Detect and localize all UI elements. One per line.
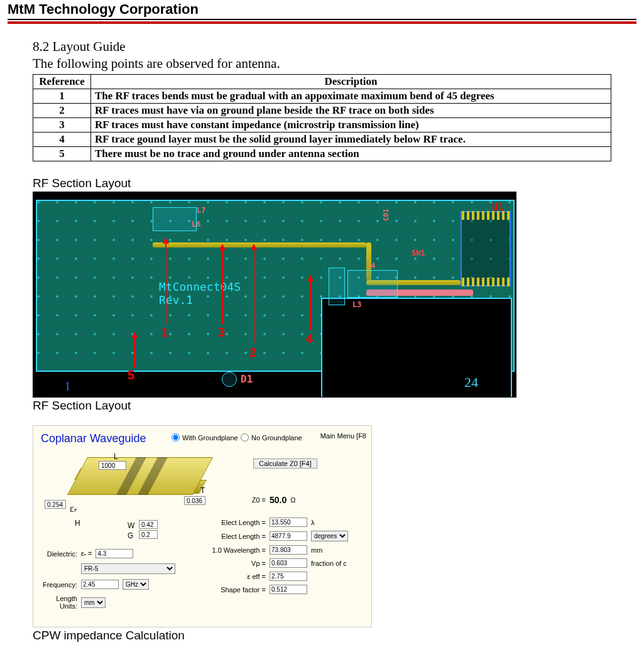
- col-reference: Reference: [33, 75, 91, 89]
- callout-arrow: [310, 280, 311, 330]
- table-row: 5 There must be no trace and ground unde…: [33, 147, 611, 161]
- board-rev: Rev.1: [159, 293, 241, 306]
- elec-len-lambda-unit: λ: [311, 519, 315, 526]
- radio-input[interactable]: [241, 433, 249, 442]
- caption-rf2: RF Section Layout: [33, 399, 611, 413]
- elec-len-lambda-input[interactable]: [270, 518, 307, 527]
- board-silkscreen-label: MtConnect04S Rev.1: [159, 280, 241, 306]
- frequency-label: Frequency:: [40, 581, 77, 588]
- board-name: MtConnect04S: [159, 280, 241, 293]
- elec-len-deg-input[interactable]: [270, 531, 307, 541]
- table-row: 3 RF traces must have constant impedance…: [33, 118, 611, 133]
- frequency-input[interactable]: [81, 580, 119, 589]
- vp-label: Vp =: [203, 560, 266, 567]
- wavelength-label: 1.0 Wavelength =: [203, 546, 266, 554]
- frequency-unit-select[interactable]: GHz: [123, 579, 149, 590]
- dim-W-label: W: [128, 521, 134, 530]
- callout-number: 5: [128, 368, 134, 382]
- company-header: MtM Technology Corporation: [8, 0, 636, 20]
- vp-input[interactable]: [270, 558, 307, 568]
- section-intro: The following points are observed for an…: [33, 56, 611, 72]
- ref-cell: 5: [33, 147, 91, 161]
- elec-len-deg-unit-select[interactable]: degrees: [311, 531, 348, 541]
- dim-G-label: G: [128, 531, 133, 540]
- cpw-calculator-figure: Coplanar Waveguide Main Menu [F8 With Gr…: [33, 425, 372, 627]
- shape-factor-input[interactable]: [270, 585, 307, 594]
- desc-cell: RF traces must have constant impedance (…: [91, 118, 611, 133]
- pcb-layout-figure: MtConnect04S Rev.1 U1 SW1 D1 L7 L6 L4 L3…: [33, 192, 516, 398]
- desc-cell: The RF traces bends must be gradual with…: [91, 89, 611, 104]
- refdes-d1: D1: [241, 373, 253, 385]
- z0-value: 50.0: [270, 495, 287, 505]
- dim-T-label: T: [200, 486, 205, 495]
- desc-cell: RF trace gound layer must be the solid g…: [91, 133, 611, 147]
- wavelength-input[interactable]: [270, 545, 307, 555]
- cpw-cross-section-diagram: [77, 457, 203, 520]
- ref-cell: 1: [33, 89, 91, 104]
- dim-L-label: L: [114, 452, 118, 461]
- caption-rf1: RF Section Layout: [33, 176, 611, 190]
- radio-with-groundplane[interactable]: With Groundplane: [172, 433, 238, 442]
- corner-label-24: 24: [464, 374, 478, 391]
- refdes-sw1: SW1: [412, 249, 425, 258]
- wavelength-unit: mm: [311, 546, 322, 554]
- callout-number: 1: [161, 325, 168, 340]
- col-description: Description: [91, 75, 611, 89]
- length-unit-select[interactable]: mm: [81, 597, 106, 608]
- refdes-u1: U1: [492, 201, 504, 213]
- desc-cell: RF traces must have via on ground plane …: [91, 104, 611, 118]
- rf-trace: [153, 242, 366, 247]
- callout-arrow: [134, 337, 135, 368]
- dim-H-label: H: [75, 519, 80, 528]
- refdes-c01: C01: [382, 209, 390, 221]
- ref-cell: 3: [33, 118, 91, 133]
- dielectric-label: Dielectric:: [40, 550, 77, 558]
- dim-W-value[interactable]: 0.42: [139, 520, 158, 529]
- elec-len-deg-label: Elect Length =: [203, 533, 266, 540]
- caption-cpw: CPW impedance Calculation: [33, 629, 611, 643]
- dim-H-value[interactable]: 0.254: [45, 500, 66, 509]
- ref-cell: 2: [33, 104, 91, 118]
- table-row: 1 The RF traces bends must be gradual wi…: [33, 89, 611, 104]
- length-units-label: Length Units:: [40, 595, 77, 610]
- epsr-input[interactable]: [96, 549, 133, 558]
- callout-arrow: [222, 249, 223, 324]
- refdes-l3: L3: [352, 300, 361, 309]
- refdes-l6: L6: [192, 220, 200, 229]
- radio-no-groundplane[interactable]: No Groundplane: [241, 433, 302, 442]
- refdes-l4: L4: [366, 261, 375, 270]
- dim-L-value[interactable]: 1000: [99, 461, 126, 470]
- component-outline: [153, 207, 197, 231]
- refdes-l7: L7: [197, 206, 205, 215]
- callout-number: 4: [306, 332, 313, 346]
- section-number: 8.2 Layout Guide: [33, 39, 611, 55]
- table-row: 4 RF trace gound layer must be the solid…: [33, 133, 611, 147]
- epsr-symbol: εᵣ: [70, 502, 77, 514]
- dim-G-value[interactable]: 0.2: [139, 530, 158, 539]
- ic-pins: [462, 278, 510, 286]
- radio-input[interactable]: [172, 433, 180, 442]
- table-row: 2 RF traces must have via on ground plan…: [33, 104, 611, 118]
- radio-label: With Groundplane: [182, 434, 238, 442]
- antenna-keepout: [322, 299, 511, 398]
- callout-arrow: [253, 249, 254, 343]
- dim-T-value[interactable]: 0.036: [184, 496, 205, 505]
- elec-len-label: Elect Length =: [203, 519, 266, 526]
- z0-unit: Ω: [290, 496, 295, 504]
- z0-label: Z0 =: [203, 496, 266, 504]
- corner-label-1: 1: [65, 380, 70, 393]
- radio-label: No Groundplane: [251, 434, 302, 442]
- desc-cell: There must be no trace and ground under …: [91, 147, 611, 161]
- cpw-output-panel: Z0 = 50.0 Ω Elect Length = λ Elect Lengt…: [203, 495, 348, 598]
- component-outline: [222, 372, 237, 387]
- callout-arrow: [165, 242, 166, 324]
- eeff-input[interactable]: [270, 572, 307, 581]
- callout-number: 2: [249, 345, 256, 360]
- ref-cell: 4: [33, 133, 91, 147]
- eeff-label: ε eff =: [203, 573, 266, 580]
- calculate-button[interactable]: Calculate Z0 [F4]: [253, 458, 317, 469]
- main-menu-label: Main Menu [F8: [320, 432, 366, 440]
- component-outline: [329, 268, 345, 305]
- cpw-input-panel: Dielectric: εᵣ = FR-5 Frequency: GHz: [40, 549, 175, 615]
- material-select[interactable]: FR-5: [81, 563, 175, 574]
